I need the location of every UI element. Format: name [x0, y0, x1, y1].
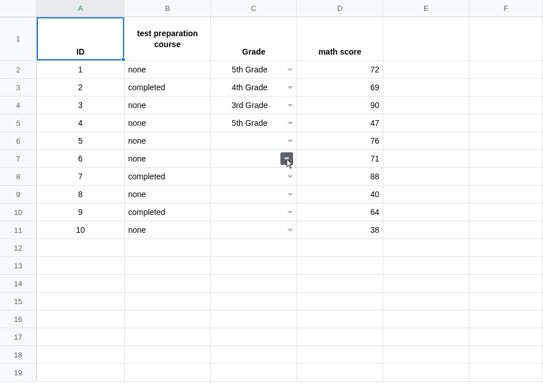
cell-C5[interactable]: 5th Grade — [211, 114, 297, 132]
cell-E16[interactable] — [383, 310, 469, 328]
cell-E12[interactable] — [383, 239, 469, 257]
cell-B2[interactable]: none — [125, 61, 211, 79]
cell-B14[interactable] — [125, 275, 211, 293]
cell-B17[interactable] — [125, 328, 211, 346]
cell-D11[interactable]: 38 — [297, 221, 383, 239]
cell-A11[interactable]: 10 — [37, 221, 125, 239]
cell-D15[interactable] — [297, 293, 383, 310]
cell-C18[interactable] — [211, 346, 297, 364]
cell-B4[interactable]: none — [125, 97, 211, 114]
cell-D16[interactable] — [297, 310, 383, 328]
row-header-18[interactable]: 18 — [0, 346, 37, 364]
dropdown[interactable] — [214, 211, 293, 214]
column-header-A[interactable]: A — [37, 0, 125, 17]
cell-C8[interactable] — [211, 168, 297, 186]
cell-F12[interactable] — [469, 239, 543, 257]
row-header-1[interactable]: 1 — [0, 17, 37, 61]
cell-C14[interactable] — [211, 275, 297, 293]
row-header-17[interactable]: 17 — [0, 328, 37, 346]
row-header-14[interactable]: 14 — [0, 275, 37, 293]
cell-D19[interactable] — [297, 364, 383, 382]
cell-E14[interactable] — [383, 275, 469, 293]
dropdown[interactable]: 5th Grade — [214, 118, 293, 128]
row-header-10[interactable]: 10 — [0, 203, 37, 221]
cell-F6[interactable] — [469, 132, 543, 150]
cell-C10[interactable] — [211, 203, 297, 221]
cell-D4[interactable]: 90 — [297, 97, 383, 114]
cell-A10[interactable]: 9 — [37, 203, 125, 221]
cell-F15[interactable] — [469, 293, 543, 310]
dropdown[interactable] — [214, 175, 293, 178]
row-header-4[interactable]: 4 — [0, 97, 37, 114]
cell-F9[interactable] — [469, 186, 543, 203]
row-header-6[interactable]: 6 — [0, 132, 37, 150]
cell-F19[interactable] — [469, 364, 543, 382]
cell-F10[interactable] — [469, 203, 543, 221]
cell-B5[interactable]: none — [125, 114, 211, 132]
cell-B15[interactable] — [125, 293, 211, 310]
cell-C7[interactable] — [211, 150, 297, 168]
row-header-7[interactable]: 7 — [0, 150, 37, 168]
cell-A8[interactable]: 7 — [37, 168, 125, 186]
cell-C2[interactable]: 5th Grade — [211, 61, 297, 79]
cell-F16[interactable] — [469, 310, 543, 328]
cell-F7[interactable] — [469, 150, 543, 168]
dropdown[interactable]: 5th Grade — [214, 65, 293, 74]
dropdown[interactable] — [214, 152, 293, 165]
cell-D2[interactable]: 72 — [297, 61, 383, 79]
cell-D7[interactable]: 71 — [297, 150, 383, 168]
cell-C9[interactable] — [211, 186, 297, 203]
column-header-C[interactable]: C — [211, 0, 297, 17]
cell-D10[interactable]: 64 — [297, 203, 383, 221]
chevron-down-icon[interactable] — [287, 211, 293, 214]
cell-C11[interactable] — [211, 221, 297, 239]
cell-D8[interactable]: 88 — [297, 168, 383, 186]
cell-F18[interactable] — [469, 346, 543, 364]
cell-B11[interactable]: none — [125, 221, 211, 239]
chevron-down-icon[interactable] — [287, 122, 293, 125]
cell-A14[interactable] — [37, 275, 125, 293]
cell-B1[interactable]: test preparation course — [125, 17, 211, 61]
cell-B13[interactable] — [125, 257, 211, 275]
cell-E15[interactable] — [383, 293, 469, 310]
chevron-down-icon[interactable] — [287, 193, 293, 196]
cell-F4[interactable] — [469, 97, 543, 114]
cell-D13[interactable] — [297, 257, 383, 275]
row-header-19[interactable]: 19 — [0, 364, 37, 382]
cell-A18[interactable] — [37, 346, 125, 364]
cell-A1[interactable]: ID — [37, 17, 125, 61]
row-header-9[interactable]: 9 — [0, 186, 37, 203]
cell-E11[interactable] — [383, 221, 469, 239]
cell-C19[interactable] — [211, 364, 297, 382]
cell-B12[interactable] — [125, 239, 211, 257]
cell-A4[interactable]: 3 — [37, 97, 125, 114]
row-header-8[interactable]: 8 — [0, 168, 37, 186]
cell-D3[interactable]: 69 — [297, 79, 383, 97]
cell-C17[interactable] — [211, 328, 297, 346]
cell-E13[interactable] — [383, 257, 469, 275]
cell-C12[interactable] — [211, 239, 297, 257]
cell-E8[interactable] — [383, 168, 469, 186]
column-header-F[interactable]: F — [469, 0, 543, 17]
dropdown[interactable] — [214, 229, 293, 232]
cell-A17[interactable] — [37, 328, 125, 346]
cell-D14[interactable] — [297, 275, 383, 293]
cell-A19[interactable] — [37, 364, 125, 382]
cell-B19[interactable] — [125, 364, 211, 382]
row-header-5[interactable]: 5 — [0, 114, 37, 132]
cell-D5[interactable]: 47 — [297, 114, 383, 132]
chevron-down-icon[interactable] — [287, 140, 293, 143]
row-header-2[interactable]: 2 — [0, 61, 37, 79]
cell-E17[interactable] — [383, 328, 469, 346]
cell-B3[interactable]: completed — [125, 79, 211, 97]
cell-A7[interactable]: 6 — [37, 150, 125, 168]
cell-D1[interactable]: math score — [297, 17, 383, 61]
cell-E2[interactable] — [383, 61, 469, 79]
cell-B7[interactable]: none — [125, 150, 211, 168]
cell-E18[interactable] — [383, 346, 469, 364]
cell-F3[interactable] — [469, 79, 543, 97]
cell-F17[interactable] — [469, 328, 543, 346]
cell-A15[interactable] — [37, 293, 125, 310]
cell-F14[interactable] — [469, 275, 543, 293]
select-all-corner[interactable] — [0, 0, 37, 17]
